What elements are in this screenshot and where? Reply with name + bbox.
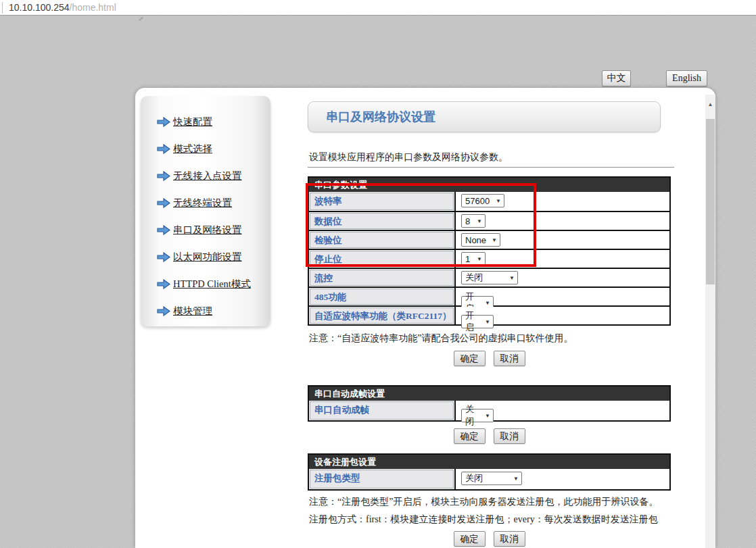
content-panel: 快速配置 模式选择 无线接入点设置 无线终端设置 串口及网络设置 以太网功能设置 bbox=[135, 88, 715, 548]
url-text[interactable]: 10.10.100.254/home.html bbox=[9, 2, 116, 13]
row-label: 停止位 bbox=[310, 251, 454, 267]
chevron-down-icon: ▼ bbox=[492, 237, 497, 243]
sidebar-item-label[interactable]: 串口及网络设置 bbox=[173, 224, 242, 236]
row-label: 485功能 bbox=[310, 289, 454, 305]
row-label: 自适应波特率功能（类RFC2117） bbox=[310, 307, 454, 324]
table-row-adaptive-baud: 自适应波特率功能（类RFC2117） 开启▼ bbox=[309, 305, 669, 324]
row-label: 波特率 bbox=[310, 193, 454, 210]
ok-button[interactable]: 确定 bbox=[454, 531, 486, 547]
auto-frame-header: 串口自动成帧设置 bbox=[309, 387, 669, 401]
sidebar-item-ethernet[interactable]: 以太网功能设置 bbox=[141, 243, 270, 270]
register-packet-note-2: 注册包方式：first：模块建立连接时发送注册包；every：每次发送数据时发送… bbox=[309, 514, 658, 526]
table-row-485-function: 485功能 开启▼ bbox=[309, 287, 669, 305]
register-packet-header: 设备注册包设置 bbox=[309, 455, 669, 469]
register-packet-actions: 确定 取消 bbox=[308, 531, 671, 547]
sidebar-item-label[interactable]: 模块管理 bbox=[173, 305, 212, 318]
sidebar-item-label[interactable]: 快速配置 bbox=[173, 116, 212, 128]
scrollbar-thumb[interactable] bbox=[706, 119, 715, 284]
chevron-down-icon: ▼ bbox=[477, 256, 482, 262]
ok-button[interactable]: 确定 bbox=[454, 428, 486, 444]
register-packet-table: 设备注册包设置 注册包类型 关闭▼ bbox=[308, 453, 671, 491]
table-row-baud-rate: 波特率 57600▼ bbox=[309, 192, 669, 211]
auto-frame-actions: 确定 取消 bbox=[308, 428, 671, 444]
sidebar-item-label[interactable]: 以太网功能设置 bbox=[173, 251, 242, 264]
arrow-right-icon bbox=[157, 144, 170, 154]
chevron-down-icon: ▼ bbox=[485, 319, 490, 325]
browser-address-bar[interactable]: 10.10.100.254/home.html bbox=[0, 0, 756, 16]
chevron-down-icon: ▼ bbox=[485, 300, 490, 306]
parity-select[interactable]: None▼ bbox=[461, 233, 500, 247]
arrow-right-icon bbox=[157, 252, 170, 262]
chevron-down-icon: ▼ bbox=[509, 275, 515, 281]
auto-frame-select[interactable]: 关闭▼ bbox=[461, 409, 494, 422]
table-row-stop-bits: 停止位 1▼ bbox=[309, 249, 669, 268]
serial-params-table: 串口参数设置 波特率 57600▼ 数据位 8▼ 检验位 None▼ 停止位 1… bbox=[308, 176, 671, 326]
language-chinese-button[interactable]: 中文 bbox=[602, 70, 631, 86]
row-label: 检验位 bbox=[310, 232, 454, 248]
address-bar-divider bbox=[2, 2, 3, 14]
arrow-right-icon bbox=[157, 171, 170, 181]
serial-params-header: 串口参数设置 bbox=[309, 178, 669, 192]
scrollbar[interactable]: ▲ bbox=[705, 95, 715, 548]
row-label: 数据位 bbox=[310, 213, 454, 229]
sidebar-item-label[interactable]: HTTPD Client模式 bbox=[173, 278, 251, 291]
sidebar-item-label[interactable]: 无线接入点设置 bbox=[173, 170, 242, 182]
page-description: 设置模块应用程序的串口参数及网络协议参数。 bbox=[309, 151, 508, 164]
arrow-right-icon bbox=[157, 117, 170, 127]
auto-frame-table: 串口自动成帧设置 串口自动成帧 关闭▼ bbox=[308, 385, 671, 422]
serial-params-actions: 确定 取消 bbox=[308, 351, 671, 366]
sidebar-item-ap-settings[interactable]: 无线接入点设置 bbox=[141, 162, 270, 189]
arrow-right-icon bbox=[157, 279, 170, 289]
url-host: 10.10.100.254 bbox=[9, 2, 70, 13]
register-packet-note-1: 注意：“注册包类型”开启后，模块主动向服务器发送注册包，此功能用于辨识设备。 bbox=[309, 496, 658, 508]
table-row-data-bits: 数据位 8▼ bbox=[309, 211, 669, 230]
chevron-down-icon: ▼ bbox=[485, 413, 490, 419]
table-row-parity: 检验位 None▼ bbox=[309, 230, 669, 249]
adaptive-baud-select[interactable]: 开启▼ bbox=[461, 315, 494, 328]
divider bbox=[308, 167, 674, 168]
register-type-select[interactable]: 关闭▼ bbox=[461, 472, 522, 485]
sidebar-item-mode-select[interactable]: 模式选择 bbox=[141, 135, 270, 162]
arrow-right-icon bbox=[157, 225, 170, 235]
cancel-button[interactable]: 取消 bbox=[494, 531, 525, 547]
sidebar-item-label[interactable]: 模式选择 bbox=[173, 143, 212, 155]
row-label: 流控 bbox=[310, 270, 454, 286]
stop-bits-select[interactable]: 1▼ bbox=[461, 252, 486, 266]
url-path: /home.html bbox=[70, 2, 116, 13]
flow-control-select[interactable]: 关闭▼ bbox=[461, 271, 518, 284]
chevron-down-icon: ▼ bbox=[496, 198, 501, 204]
scroll-up-arrow-icon[interactable]: ▲ bbox=[705, 99, 715, 110]
cancel-button[interactable]: 取消 bbox=[494, 428, 525, 444]
page-title: 串口及网络协议设置 bbox=[326, 109, 435, 125]
row-label: 注册包类型 bbox=[310, 470, 454, 489]
language-english-button[interactable]: English bbox=[666, 70, 707, 86]
row-label: 串口自动成帧 bbox=[310, 401, 454, 420]
sidebar-item-sta-settings[interactable]: 无线终端设置 bbox=[141, 189, 270, 216]
sidebar-item-serial-network[interactable]: 串口及网络设置 bbox=[141, 216, 270, 243]
serial-params-note: 注意：“自适应波特率功能”请配合我公司的虚拟串口软件使用。 bbox=[309, 332, 573, 345]
chevron-down-icon: ▼ bbox=[513, 476, 519, 482]
baud-rate-select[interactable]: 57600▼ bbox=[461, 194, 504, 207]
screen: 10.10.100.254/home.html 中文 English 快速配置 … bbox=[0, 0, 756, 548]
sidebar-item-quick-config[interactable]: 快速配置 bbox=[141, 108, 270, 135]
sidebar-item-label[interactable]: 无线终端设置 bbox=[173, 197, 232, 209]
page-title-banner: 串口及网络协议设置 bbox=[308, 101, 661, 132]
arrow-right-icon bbox=[157, 306, 170, 316]
ok-button[interactable]: 确定 bbox=[454, 351, 486, 366]
sidebar-item-module-manage[interactable]: 模块管理 bbox=[141, 297, 270, 324]
data-bits-select[interactable]: 8▼ bbox=[461, 214, 486, 228]
chevron-down-icon: ▼ bbox=[477, 218, 482, 224]
sidebar: 快速配置 模式选择 无线接入点设置 无线终端设置 串口及网络设置 以太网功能设置 bbox=[141, 96, 270, 326]
arrow-right-icon bbox=[157, 198, 170, 208]
cancel-button[interactable]: 取消 bbox=[494, 351, 525, 366]
table-row-flow-control: 流控 关闭▼ bbox=[309, 268, 669, 287]
sidebar-item-httpd-client[interactable]: HTTPD Client模式 bbox=[141, 270, 270, 297]
table-row-register-type: 注册包类型 关闭▼ bbox=[309, 469, 669, 489]
table-row-auto-frame: 串口自动成帧 关闭▼ bbox=[309, 401, 669, 420]
cursor-artifact bbox=[139, 17, 143, 21]
